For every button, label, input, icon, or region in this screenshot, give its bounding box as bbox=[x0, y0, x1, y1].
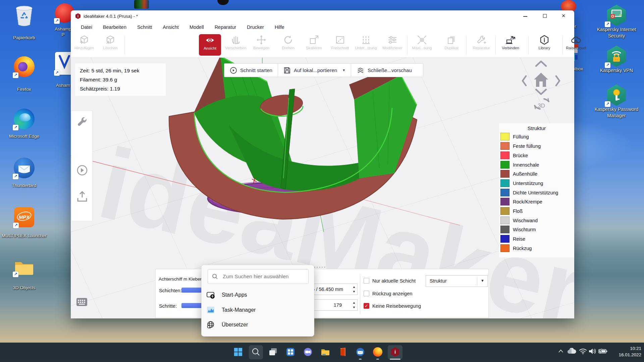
desktop-label[interactable]: Firefox bbox=[0, 86, 49, 92]
desktop-icon-mpx-launcher[interactable]: MPX ↗ bbox=[14, 207, 34, 227]
toolbar-connect-button[interactable]: Verbinden bbox=[497, 34, 524, 57]
desktop-label[interactable]: Kaspersky Password bbox=[588, 107, 644, 112]
menu-reparatur[interactable]: Reparatur bbox=[209, 24, 241, 30]
nav-left-icon[interactable] bbox=[523, 76, 526, 85]
spinner-arrows[interactable]: ▲▼ bbox=[353, 285, 356, 294]
desktop-label[interactable]: Thunderbird bbox=[0, 183, 49, 188]
toolbar-library-button[interactable]: Library bbox=[531, 34, 558, 57]
close-button[interactable]: × bbox=[558, 11, 569, 20]
search-input[interactable] bbox=[222, 273, 303, 280]
chevron-down-icon[interactable]: ▼ bbox=[342, 68, 345, 72]
chat-button[interactable] bbox=[303, 347, 313, 357]
toolbar-separator bbox=[466, 36, 467, 55]
desktop-icon-fragment[interactable] bbox=[217, 0, 229, 5]
search-result-translator[interactable]: Übersetzer bbox=[206, 318, 307, 331]
current-layer-label[interactable]: Nur aktuelle Schicht bbox=[372, 278, 416, 284]
desktop-icon-3d-objects[interactable]: ↗ bbox=[14, 259, 35, 276]
menu-hilfe[interactable]: Hilfe bbox=[269, 24, 290, 30]
desktop-icon-fragment[interactable] bbox=[134, 0, 149, 9]
thunderbird-button[interactable] bbox=[356, 347, 365, 357]
start-slice-button[interactable]: Schnitt starten bbox=[224, 64, 278, 77]
desktop-label[interactable]: MULTIPLEX Launcher bbox=[0, 233, 51, 239]
panel-drag-handle[interactable]: ..... bbox=[314, 263, 326, 269]
toolbar-pan-button[interactable]: Verschieben bbox=[222, 34, 249, 57]
keyboard-icon[interactable] bbox=[76, 297, 88, 307]
search-result-start-apps[interactable]: Start-Apps bbox=[206, 289, 307, 301]
settings-wrench-icon[interactable] bbox=[76, 116, 88, 128]
desktop-label[interactable]: Security bbox=[588, 33, 644, 39]
no-travel-label[interactable]: Keine Reisebewegung bbox=[372, 303, 421, 309]
home-icon[interactable] bbox=[534, 73, 548, 87]
toolbar-maximize-button[interactable]: Maxi...sung bbox=[409, 34, 435, 57]
desktop-icon-kaspersky-pm[interactable]: ↗ bbox=[606, 84, 627, 106]
toolbar-freecut-button[interactable]: Freischnitt bbox=[327, 34, 354, 57]
tray-battery-icon[interactable] bbox=[598, 349, 608, 354]
office-icon bbox=[338, 347, 347, 357]
current-layer-checkbox[interactable] bbox=[364, 278, 369, 284]
menu-bearbeiten[interactable]: Bearbeiten bbox=[98, 24, 132, 30]
spinner-arrows[interactable]: ▲▼ bbox=[353, 300, 356, 310]
search-box[interactable] bbox=[208, 269, 309, 284]
widgets-button[interactable] bbox=[286, 347, 295, 357]
desktop-icon-kaspersky-vpn[interactable]: ‹·› ↗ bbox=[606, 46, 627, 67]
desktop-icon-kaspersky-is[interactable]: ↗ bbox=[606, 5, 627, 26]
nav-down-icon[interactable] bbox=[536, 89, 546, 94]
side-mini-toolbar bbox=[71, 111, 93, 221]
tray-chevron-up-icon[interactable] bbox=[558, 349, 564, 353]
toolbar-delete-button[interactable]: Löschen bbox=[97, 34, 124, 57]
toolbar-add-button[interactable]: Hinzufügen bbox=[71, 34, 98, 57]
rotate-3d-icon[interactable]: 3D bbox=[535, 99, 549, 109]
tray-volume-icon[interactable] bbox=[588, 348, 596, 355]
play-circle-icon[interactable] bbox=[76, 165, 88, 176]
desktop-label[interactable]: 3D Objects bbox=[0, 285, 49, 291]
view-mode-dropdown[interactable]: Struktur ▼ bbox=[426, 275, 488, 287]
menu-ansicht[interactable]: Ansicht bbox=[157, 24, 184, 30]
search-button[interactable] bbox=[251, 347, 261, 357]
menu-datei[interactable]: Datei bbox=[75, 24, 98, 30]
toolbar-scale-button[interactable]: Skalieren bbox=[301, 34, 327, 57]
toolbar-modifier-button[interactable]: Modifizierer bbox=[379, 34, 406, 57]
show-retract-checkbox[interactable] bbox=[364, 291, 369, 296]
desktop-label[interactable]: Kaspersky Internet bbox=[588, 27, 644, 33]
tray-clock[interactable]: 10:21 16.01.2022 bbox=[611, 345, 641, 358]
desktop-icon-recycle-bin[interactable] bbox=[14, 5, 35, 27]
ideamaker-button[interactable]: i bbox=[390, 347, 400, 357]
menu-modell[interactable]: Modell bbox=[184, 24, 209, 30]
file-explorer-button[interactable] bbox=[321, 347, 330, 357]
desktop-label[interactable]: Microsoft Edge bbox=[0, 133, 49, 139]
toolbar-rotate-button[interactable]: Drehen bbox=[275, 34, 302, 57]
toolbar-raisecloud-button[interactable]: RaiseCloud bbox=[563, 34, 589, 57]
toolbar-support-button[interactable]: Unter...tzung bbox=[353, 34, 379, 57]
office-button[interactable] bbox=[338, 347, 347, 357]
toolbar-repair-button[interactable]: Reparatur bbox=[468, 34, 495, 57]
desktop-label[interactable]: Kaspersky VPN bbox=[588, 68, 644, 73]
desktop-icon-firefox[interactable]: ↗ bbox=[14, 56, 35, 77]
start-button[interactable] bbox=[233, 347, 243, 357]
firefox-button[interactable] bbox=[373, 347, 382, 357]
toolbar-duplicate-button[interactable]: Duplikat bbox=[438, 34, 465, 57]
viewport-3d[interactable]: ideaMaker bbox=[71, 58, 574, 318]
desktop-label[interactable]: Manager bbox=[588, 113, 644, 119]
export-local-button[interactable]: Auf lokal...portieren ▼ bbox=[278, 64, 351, 77]
nav-right-icon[interactable] bbox=[556, 76, 559, 85]
upload-icon[interactable] bbox=[76, 190, 88, 203]
show-retract-label[interactable]: Rückzug anzeigen bbox=[372, 291, 412, 296]
maximize-button[interactable] bbox=[540, 13, 550, 19]
desktop-icon-edge[interactable]: ↗ bbox=[14, 109, 35, 129]
menu-drucker[interactable]: Drucker bbox=[241, 24, 269, 30]
desktop-label-partial[interactable]: er bbox=[572, 23, 586, 29]
task-view-button[interactable] bbox=[268, 347, 278, 357]
tray-onedrive-icon[interactable] bbox=[567, 348, 576, 355]
desktop-label[interactable]: Papierkorb bbox=[0, 35, 49, 41]
no-travel-checkbox[interactable]: ✓ bbox=[364, 303, 369, 309]
tray-wifi-icon[interactable] bbox=[579, 348, 587, 354]
menu-schnitt[interactable]: Schnitt bbox=[132, 24, 157, 30]
minimize-button[interactable] bbox=[520, 13, 530, 19]
toolbar-view-button[interactable]: Ansicht bbox=[199, 34, 221, 56]
desktop-icon-thunderbird[interactable]: ↗ bbox=[14, 158, 35, 178]
search-result-task-manager[interactable]: Task-Manager bbox=[206, 304, 307, 316]
close-preview-button[interactable]: Schließe...vorschau bbox=[351, 64, 417, 77]
toolbar-move-button[interactable]: Bewegen bbox=[248, 34, 275, 57]
title-bar[interactable]: i ideaMaker 4.0.1 (Prusa) - * × bbox=[71, 10, 574, 22]
nav-up-icon[interactable] bbox=[536, 61, 546, 66]
